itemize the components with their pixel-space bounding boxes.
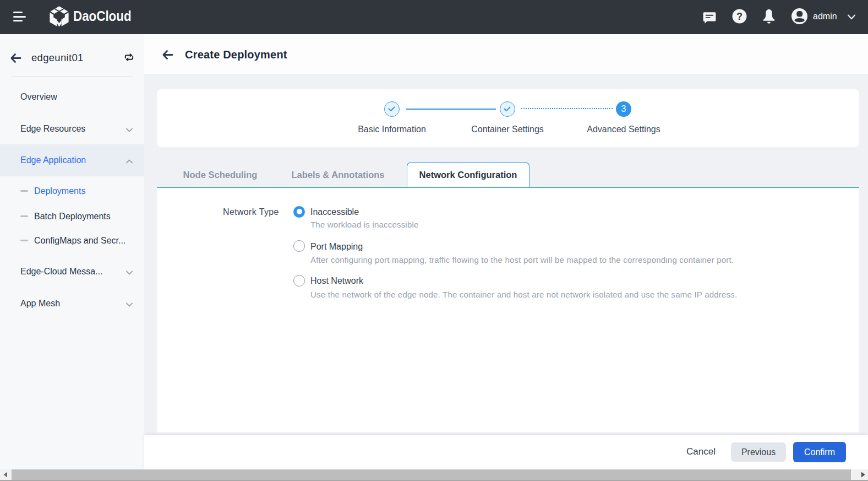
svg-text:?: ? [736, 11, 743, 22]
